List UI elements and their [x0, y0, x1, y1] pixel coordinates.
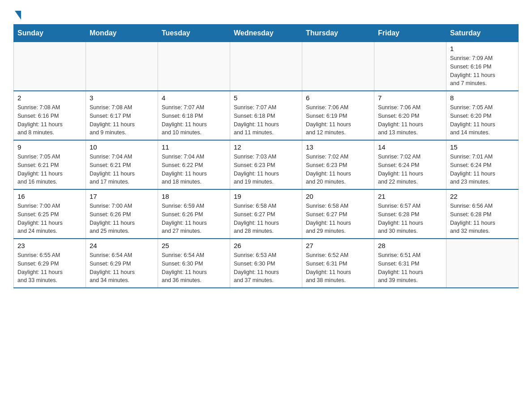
page-header — [13, 9, 519, 20]
calendar-week-row: 2Sunrise: 7:08 AM Sunset: 6:16 PM Daylig… — [14, 91, 519, 140]
calendar-cell: 23Sunrise: 6:55 AM Sunset: 6:29 PM Dayli… — [14, 239, 86, 288]
day-info: Sunrise: 7:02 AM Sunset: 6:24 PM Dayligh… — [378, 153, 442, 186]
calendar-cell: 18Sunrise: 6:59 AM Sunset: 6:26 PM Dayli… — [158, 189, 230, 239]
calendar-cell: 10Sunrise: 7:04 AM Sunset: 6:21 PM Dayli… — [86, 140, 158, 189]
calendar-cell: 3Sunrise: 7:08 AM Sunset: 6:17 PM Daylig… — [86, 91, 158, 140]
day-info: Sunrise: 7:01 AM Sunset: 6:24 PM Dayligh… — [450, 153, 515, 186]
day-info: Sunrise: 7:08 AM Sunset: 6:17 PM Dayligh… — [90, 103, 154, 137]
day-number: 18 — [162, 193, 226, 200]
day-info: Sunrise: 7:06 AM Sunset: 6:19 PM Dayligh… — [306, 103, 370, 137]
day-info: Sunrise: 6:54 AM Sunset: 6:30 PM Dayligh… — [162, 251, 226, 285]
day-number: 24 — [90, 242, 154, 249]
day-info: Sunrise: 6:53 AM Sunset: 6:30 PM Dayligh… — [234, 251, 298, 285]
day-number: 11 — [162, 143, 226, 151]
calendar-cell: 8Sunrise: 7:05 AM Sunset: 6:20 PM Daylig… — [446, 91, 519, 140]
calendar-cell — [446, 239, 519, 288]
calendar-cell: 26Sunrise: 6:53 AM Sunset: 6:30 PM Dayli… — [230, 239, 302, 288]
calendar-cell: 6Sunrise: 7:06 AM Sunset: 6:19 PM Daylig… — [302, 91, 374, 140]
day-info: Sunrise: 6:52 AM Sunset: 6:31 PM Dayligh… — [306, 251, 370, 285]
calendar-cell: 12Sunrise: 7:03 AM Sunset: 6:23 PM Dayli… — [230, 140, 302, 189]
day-info: Sunrise: 6:58 AM Sunset: 6:27 PM Dayligh… — [306, 202, 370, 235]
day-of-week-header: Monday — [86, 25, 158, 42]
calendar-header: SundayMondayTuesdayWednesdayThursdayFrid… — [14, 25, 519, 42]
day-number: 10 — [90, 143, 154, 151]
day-info: Sunrise: 7:02 AM Sunset: 6:23 PM Dayligh… — [306, 153, 370, 186]
day-number: 21 — [378, 193, 442, 200]
calendar-cell: 19Sunrise: 6:58 AM Sunset: 6:27 PM Dayli… — [230, 189, 302, 239]
calendar-cell: 21Sunrise: 6:57 AM Sunset: 6:28 PM Dayli… — [374, 189, 446, 239]
day-number: 25 — [162, 242, 226, 249]
calendar-cell — [230, 42, 302, 91]
day-number: 2 — [17, 94, 82, 102]
calendar-cell: 17Sunrise: 7:00 AM Sunset: 6:26 PM Dayli… — [86, 189, 158, 239]
calendar-cell: 22Sunrise: 6:56 AM Sunset: 6:28 PM Dayli… — [446, 189, 519, 239]
day-number: 3 — [90, 94, 154, 102]
day-info: Sunrise: 7:08 AM Sunset: 6:16 PM Dayligh… — [17, 103, 82, 137]
calendar-table: SundayMondayTuesdayWednesdayThursdayFrid… — [13, 24, 519, 288]
day-of-week-header: Sunday — [14, 25, 86, 42]
calendar-cell: 28Sunrise: 6:51 AM Sunset: 6:31 PM Dayli… — [374, 239, 446, 288]
day-number: 22 — [450, 193, 515, 200]
day-info: Sunrise: 7:07 AM Sunset: 6:18 PM Dayligh… — [234, 103, 298, 137]
day-of-week-header: Friday — [374, 25, 446, 42]
calendar-cell: 16Sunrise: 7:00 AM Sunset: 6:25 PM Dayli… — [14, 189, 86, 239]
day-info: Sunrise: 6:51 AM Sunset: 6:31 PM Dayligh… — [378, 251, 442, 285]
day-number: 17 — [90, 193, 154, 200]
day-of-week-header: Wednesday — [230, 25, 302, 42]
calendar-cell: 2Sunrise: 7:08 AM Sunset: 6:16 PM Daylig… — [14, 91, 86, 140]
day-info: Sunrise: 7:09 AM Sunset: 6:16 PM Dayligh… — [450, 54, 515, 88]
calendar-body: 1Sunrise: 7:09 AM Sunset: 6:16 PM Daylig… — [14, 42, 519, 288]
day-info: Sunrise: 7:03 AM Sunset: 6:23 PM Dayligh… — [234, 153, 298, 186]
day-number: 7 — [378, 94, 442, 102]
day-number: 8 — [450, 94, 515, 102]
day-of-week-header: Tuesday — [158, 25, 230, 42]
calendar-cell: 11Sunrise: 7:04 AM Sunset: 6:22 PM Dayli… — [158, 140, 230, 189]
day-number: 14 — [378, 143, 442, 151]
day-info: Sunrise: 7:05 AM Sunset: 6:21 PM Dayligh… — [17, 153, 82, 186]
day-info: Sunrise: 6:58 AM Sunset: 6:27 PM Dayligh… — [234, 202, 298, 235]
day-info: Sunrise: 6:59 AM Sunset: 6:26 PM Dayligh… — [162, 202, 226, 235]
calendar-week-row: 16Sunrise: 7:00 AM Sunset: 6:25 PM Dayli… — [14, 189, 519, 239]
calendar-cell: 15Sunrise: 7:01 AM Sunset: 6:24 PM Dayli… — [446, 140, 519, 189]
day-number: 1 — [450, 45, 515, 52]
day-number: 6 — [306, 94, 370, 102]
calendar-cell: 1Sunrise: 7:09 AM Sunset: 6:16 PM Daylig… — [446, 42, 519, 91]
calendar-cell: 20Sunrise: 6:58 AM Sunset: 6:27 PM Dayli… — [302, 189, 374, 239]
calendar-cell: 27Sunrise: 6:52 AM Sunset: 6:31 PM Dayli… — [302, 239, 374, 288]
day-number: 27 — [306, 242, 370, 249]
calendar-cell: 13Sunrise: 7:02 AM Sunset: 6:23 PM Dayli… — [302, 140, 374, 189]
days-of-week-row: SundayMondayTuesdayWednesdayThursdayFrid… — [14, 25, 519, 42]
calendar-week-row: 9Sunrise: 7:05 AM Sunset: 6:21 PM Daylig… — [14, 140, 519, 189]
calendar-cell — [374, 42, 446, 91]
day-info: Sunrise: 6:56 AM Sunset: 6:28 PM Dayligh… — [450, 202, 515, 235]
day-info: Sunrise: 7:07 AM Sunset: 6:18 PM Dayligh… — [162, 103, 226, 137]
day-number: 19 — [234, 193, 298, 200]
calendar-cell — [14, 42, 86, 91]
day-number: 16 — [17, 193, 82, 200]
day-number: 20 — [306, 193, 370, 200]
day-info: Sunrise: 7:00 AM Sunset: 6:26 PM Dayligh… — [90, 202, 154, 235]
calendar-cell — [302, 42, 374, 91]
day-info: Sunrise: 7:04 AM Sunset: 6:22 PM Dayligh… — [162, 153, 226, 186]
day-of-week-header: Thursday — [302, 25, 374, 42]
logo-arrow-icon — [15, 11, 21, 20]
day-info: Sunrise: 7:04 AM Sunset: 6:21 PM Dayligh… — [90, 153, 154, 186]
day-info: Sunrise: 6:57 AM Sunset: 6:28 PM Dayligh… — [378, 202, 442, 235]
day-of-week-header: Saturday — [446, 25, 519, 42]
calendar-cell: 14Sunrise: 7:02 AM Sunset: 6:24 PM Dayli… — [374, 140, 446, 189]
day-info: Sunrise: 7:05 AM Sunset: 6:20 PM Dayligh… — [450, 103, 515, 137]
calendar-cell: 7Sunrise: 7:06 AM Sunset: 6:20 PM Daylig… — [374, 91, 446, 140]
day-number: 23 — [17, 242, 82, 249]
day-number: 15 — [450, 143, 515, 151]
day-number: 9 — [17, 143, 82, 151]
calendar-cell: 4Sunrise: 7:07 AM Sunset: 6:18 PM Daylig… — [158, 91, 230, 140]
day-number: 28 — [378, 242, 442, 249]
logo — [13, 9, 21, 20]
day-number: 13 — [306, 143, 370, 151]
day-info: Sunrise: 7:06 AM Sunset: 6:20 PM Dayligh… — [378, 103, 442, 137]
calendar-cell — [158, 42, 230, 91]
calendar-cell: 5Sunrise: 7:07 AM Sunset: 6:18 PM Daylig… — [230, 91, 302, 140]
day-number: 5 — [234, 94, 298, 102]
day-number: 12 — [234, 143, 298, 151]
calendar-cell: 25Sunrise: 6:54 AM Sunset: 6:30 PM Dayli… — [158, 239, 230, 288]
